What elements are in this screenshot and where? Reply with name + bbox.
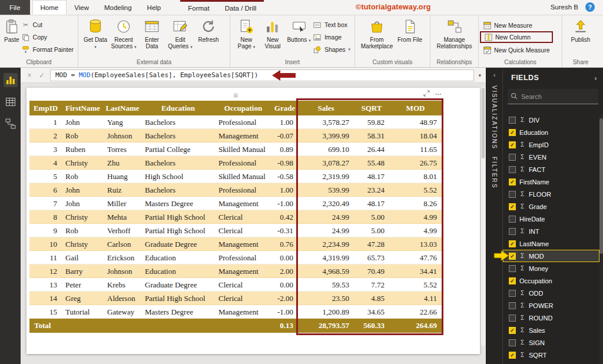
formula-accept-button[interactable]: ✓	[38, 71, 46, 80]
canvas-scrollbar-thumb[interactable]	[482, 88, 485, 158]
column-header-sqrt[interactable]: SQRT	[354, 101, 389, 115]
cut-button[interactable]: ✂ Cut	[22, 20, 74, 29]
from-file-button[interactable]: From File	[396, 17, 424, 45]
column-header-empid[interactable]: EmpID	[29, 101, 62, 115]
refresh-button[interactable]: Refresh	[194, 17, 223, 45]
field-checkbox[interactable]	[509, 315, 516, 322]
fields-scrollbar[interactable]	[599, 114, 603, 364]
canvas-scrollbar[interactable]	[481, 87, 485, 346]
model-view-button[interactable]	[4, 117, 18, 131]
focus-mode-icon[interactable]	[423, 90, 430, 98]
field-item-power[interactable]: ΣPOWER	[503, 299, 599, 312]
table-row[interactable]: 13PeterKrebsGraduate DegreeClerical0.005…	[29, 278, 442, 292]
field-checkbox[interactable]: ✓	[509, 129, 516, 136]
image-button[interactable]: Image	[313, 32, 350, 42]
buttons-button[interactable]: Buttons ▾	[286, 17, 312, 45]
help-icon[interactable]: ?	[585, 2, 595, 12]
table-row[interactable]: 15TutorialGatewayMasters DegreeManagemen…	[29, 305, 442, 319]
new-column-button[interactable]: New Column	[480, 31, 553, 43]
field-checkbox[interactable]	[509, 228, 516, 235]
field-item-sales[interactable]: ✓ΣSales	[503, 324, 599, 336]
new-measure-button[interactable]: New Measure	[483, 21, 550, 30]
field-item-sign[interactable]: ΣSIGN	[503, 336, 599, 349]
copy-button[interactable]: Copy	[22, 32, 74, 42]
report-canvas[interactable]: ≡ ··· EmpIDFirstNameLastNameEducationOcc…	[21, 83, 486, 364]
field-item-sqrt[interactable]: ✓ΣSQRT	[503, 349, 599, 361]
table-row[interactable]: 5RobHuangHigh SchoolSkilled Manual-0.582…	[29, 170, 442, 183]
column-header-lastname[interactable]: LastName	[104, 101, 141, 115]
table-row[interactable]: 14GregAldersonPartial High SchoolClerica…	[29, 292, 442, 305]
column-header-grade[interactable]: Grade	[271, 101, 298, 115]
column-header-occupation[interactable]: Occupation	[215, 101, 271, 115]
visualizations-panel-collapsed[interactable]: VISUALIZATIONS	[491, 85, 498, 150]
field-item-grade[interactable]: ✓ΣGrade	[503, 200, 599, 213]
field-checkbox[interactable]	[509, 339, 516, 346]
tab-data-drill[interactable]: Data / Drill	[217, 2, 264, 15]
tab-modeling[interactable]: Modeling	[97, 0, 140, 15]
field-checkbox[interactable]	[509, 290, 516, 297]
enter-data-button[interactable]: Enter Data	[138, 17, 166, 51]
table-row[interactable]: 12BarryJohnsonEducationManagement2.004,9…	[29, 264, 442, 278]
column-header-sales[interactable]: Sales	[298, 101, 354, 115]
field-item-int[interactable]: ΣINT	[503, 225, 599, 237]
field-item-mod[interactable]: ✓ΣMOD	[503, 250, 599, 262]
new-page-button[interactable]: New Page ▾	[233, 17, 260, 52]
field-checkbox[interactable]	[509, 117, 516, 124]
field-checkbox[interactable]	[509, 191, 516, 198]
table-row[interactable]: 7JohnMillerMasters DegreeManagement-1.00…	[29, 197, 442, 210]
column-header-mod[interactable]: MOD	[389, 101, 442, 115]
expand-panel-chevron-icon[interactable]: ‹	[493, 71, 496, 78]
field-item-round[interactable]: ΣROUND	[503, 312, 599, 324]
table-row[interactable]: 4ChristyZhuBachelorsProfessional-0.983,0…	[29, 156, 442, 170]
collapse-fields-chevron-icon[interactable]: ›	[594, 74, 597, 82]
formula-cancel-button[interactable]: ×	[25, 71, 34, 80]
field-item-empid[interactable]: ✓ΣEmpID	[503, 138, 599, 151]
more-options-icon[interactable]: ···	[435, 91, 442, 98]
table-row[interactable]: 6JohnRuizBachelorsProfessional1.00539.99…	[29, 183, 442, 197]
formula-input[interactable]: MOD = MOD(EmployeeSales[Sales], Employee…	[50, 70, 474, 81]
field-checkbox[interactable]: ✓	[509, 253, 516, 260]
fields-scrollbar-thumb[interactable]	[599, 118, 603, 254]
field-item-even[interactable]: ΣEVEN	[503, 151, 599, 163]
text-box-button[interactable]: Text box	[313, 20, 350, 29]
field-checkbox[interactable]	[509, 302, 516, 309]
tab-format[interactable]: Format	[180, 2, 217, 15]
tab-view[interactable]: View	[67, 0, 97, 15]
filters-panel-collapsed[interactable]: FILTERS	[491, 157, 498, 188]
field-checkbox[interactable]	[509, 154, 516, 161]
field-checkbox[interactable]: ✓	[509, 352, 516, 359]
from-marketplace-button[interactable]: From Marketplace	[358, 17, 396, 51]
table-row[interactable]: 1JohnYangBachelorsProfessional1.003,578.…	[29, 115, 442, 129]
table-row[interactable]: 9RobVerhoffPartial High SchoolClerical-0…	[29, 224, 442, 237]
table-visual[interactable]: ≡ ··· EmpIDFirstNameLastNameEducationOcc…	[29, 101, 442, 333]
column-header-firstname[interactable]: FirstName	[62, 101, 104, 115]
field-item-odd[interactable]: ΣODD	[503, 287, 599, 299]
table-row[interactable]: 8ChristyMehtaPartial High SchoolClerical…	[29, 210, 442, 224]
table-row[interactable]: 2RobJohnsonBachelorsManagement-0.073,399…	[29, 129, 442, 143]
field-item-lastname[interactable]: ✓LastName	[503, 237, 599, 250]
paste-button[interactable]: Paste	[3, 17, 21, 45]
recent-sources-button[interactable]: Recent Sources ▾	[110, 17, 138, 52]
get-data-button[interactable]: Get Data ▾	[81, 17, 110, 52]
field-checkbox[interactable]: ✓	[509, 203, 516, 210]
field-item-div[interactable]: ΣDIV	[503, 114, 599, 126]
field-item-hiredate[interactable]: HireDate	[503, 213, 599, 225]
field-item-firstname[interactable]: ✓FirstName	[503, 176, 599, 188]
field-item-education[interactable]: ✓Education	[503, 126, 599, 138]
publish-button[interactable]: Publish	[566, 17, 595, 45]
field-item-floor[interactable]: ΣFLOOR	[503, 188, 599, 200]
field-item-occupation[interactable]: ✓Occupation	[503, 274, 599, 287]
new-quick-measure-button[interactable]: New Quick Measure	[483, 45, 550, 55]
report-page[interactable]: ≡ ··· EmpIDFirstNameLastNameEducationOcc…	[26, 88, 480, 354]
visual-drag-handle[interactable]: ≡	[233, 91, 238, 100]
format-painter-button[interactable]: Format Painter	[22, 45, 74, 54]
tab-file[interactable]: File	[0, 0, 30, 15]
table-row[interactable]: 11GailEricksonEducationProfessional0.004…	[29, 251, 442, 264]
edit-queries-button[interactable]: Edit Queries ▾	[166, 17, 194, 52]
formula-expand-button[interactable]: ▾	[478, 72, 481, 78]
field-checkbox[interactable]	[509, 216, 516, 223]
data-view-button[interactable]	[4, 95, 18, 109]
manage-relationships-button[interactable]: Manage Relationships	[436, 17, 473, 51]
search-input[interactable]	[521, 93, 595, 100]
tab-help[interactable]: Help	[140, 0, 169, 15]
